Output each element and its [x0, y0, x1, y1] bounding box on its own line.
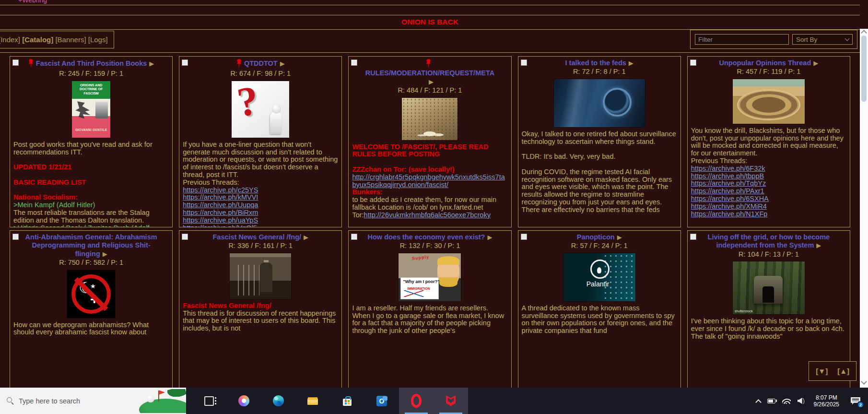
thread-select-checkbox[interactable]: [690, 234, 696, 240]
thread-title-link[interactable]: Unpopular Opinions Thread: [719, 59, 811, 67]
palantir-logo-thumbnail[interactable]: Palantir: [563, 253, 635, 301]
teaser-text: During COVID, the regime tested AI facia…: [522, 168, 672, 206]
thread-link[interactable]: https://archive.ph/6SXHA: [691, 195, 769, 202]
thread-stats: R: 336 / F: 161 / P: 1: [183, 242, 338, 250]
expand-thread-icon[interactable]: ▶: [280, 60, 285, 67]
scrollbar-thumb[interactable]: [861, 35, 867, 102]
thread-link[interactable]: https://archive.ph/tbppB: [691, 172, 764, 180]
thread-link[interactable]: https://archive.ph/VgQl5: [183, 224, 257, 227]
anti-abrahamism-prohibition-sign-thumbnail[interactable]: ☾★+: [67, 270, 115, 318]
thread-select-checkbox[interactable]: [521, 234, 527, 240]
pinned-icon-row: [359, 59, 501, 69]
thread-link[interactable]: https://archive.ph/PAxr1: [691, 187, 764, 195]
thread-title-row: RULES/MODERATION/REQUEST/META▶: [359, 59, 501, 86]
book-cover-origins-and-doctrine-of-fascism-thumbnail[interactable]: ORIGINS AND DOCTRINE OF FASCISMGIOVANNI …: [72, 81, 110, 138]
forest-bunker-thumbnail[interactable]: shutterstock: [733, 261, 805, 314]
expand-thread-icon[interactable]: ▶: [103, 250, 107, 258]
taskbar-button-microsoft-store[interactable]: [330, 388, 364, 414]
nav-logs-link[interactable]: [Logs]: [88, 35, 108, 44]
scroll-down-arrow-icon[interactable]: [861, 379, 867, 385]
teaser-line: Okay, I talked to one retired fed about …: [522, 130, 677, 146]
thread-select-checkbox[interactable]: [690, 59, 696, 66]
search-highlight-golf-image[interactable]: [135, 389, 186, 413]
thread-link[interactable]: https://archive.ph/kMVVI: [183, 193, 258, 201]
thread-title-link[interactable]: RULES/MODERATION/REQUEST/META: [365, 69, 494, 77]
thread-select-checkbox[interactable]: [182, 59, 188, 66]
nav-catalog-link[interactable]: [Catalog]: [22, 35, 53, 44]
taskbar-search[interactable]: Type here to search: [0, 388, 186, 414]
vertical-scrollbar[interactable]: [860, 29, 868, 388]
thread-link[interactable]: https://archive.ph/c25YS: [183, 186, 258, 194]
network-icon[interactable]: [782, 398, 791, 404]
thread-select-checkbox[interactable]: [521, 59, 527, 66]
taskbar-button-opera[interactable]: [399, 388, 434, 414]
thread-link[interactable]: https://archive.ph/BiRxm: [183, 209, 258, 216]
battery-icon[interactable]: [767, 399, 775, 403]
thread-link[interactable]: https://archive.ph/XMiR4: [691, 202, 767, 210]
speaker-at-microphones-thumbnail[interactable]: [230, 253, 291, 299]
pinned-icon: [236, 59, 242, 69]
thread-select-checkbox[interactable]: [12, 234, 19, 240]
taskbar-clock[interactable]: 8:07 PM 9/26/2025: [814, 394, 839, 408]
teaser-text: The most reliable translations are the S…: [13, 209, 150, 224]
thread-stats: R: 674 / F: 98 / P: 1: [183, 70, 338, 78]
arena-crowd-thumbnail[interactable]: [733, 79, 805, 124]
thread-select-checkbox[interactable]: [182, 234, 188, 240]
volume-icon[interactable]: [798, 398, 805, 404]
thread-link[interactable]: https://archive.ph/TqbYz: [691, 179, 766, 187]
teaser-text: How can we deprogram abrahamists? What s…: [13, 321, 149, 336]
thread-select-checkbox[interactable]: [12, 59, 19, 66]
thread-title-link[interactable]: I talked to the feds: [565, 59, 626, 67]
taskbar-button-file-explorer[interactable]: [295, 388, 330, 414]
thread-link[interactable]: https://archive.ph/uaYpS: [183, 216, 258, 224]
cycle-down-button[interactable]: [▼]: [816, 367, 828, 375]
taskbar-button-copilot[interactable]: [226, 388, 261, 414]
teaser-line: https://archive.ph/VgQl5: [183, 225, 338, 227]
thread-stats: R: 484 / F: 121 / P: 1: [352, 86, 507, 95]
taskbar-button-outlook[interactable]: [364, 388, 399, 414]
teaser-line: to be added as I create them, for now ou…: [352, 196, 507, 212]
expand-thread-icon[interactable]: ▶: [617, 234, 622, 241]
question-mark-figure-thumbnail[interactable]: ?: [232, 81, 289, 138]
thread-title-link[interactable]: Living off the grid, or how to become in…: [708, 233, 830, 249]
thread-link[interactable]: http://crghlabr45r5pqkgnbgehywk5nxutdks5…: [352, 173, 504, 189]
thread-select-checkbox[interactable]: [351, 234, 357, 240]
expand-thread-icon[interactable]: ▶: [629, 59, 633, 67]
expand-thread-icon[interactable]: ▶: [816, 242, 821, 249]
thread-select-checkbox[interactable]: [351, 59, 357, 66]
thread-title-link[interactable]: Fascist News General /fng/: [213, 233, 302, 241]
why-am-i-poor-meme-thumbnail[interactable]: "Why am I poor?"IMMIGRATIONSupply: [399, 253, 461, 301]
cycle-up-button[interactable]: [▲]: [837, 367, 849, 375]
thread-teaser: Fascist News General /fng/This thread is…: [183, 302, 338, 332]
expand-thread-icon[interactable]: ▶: [429, 78, 434, 85]
group-photo-thumbnail[interactable]: [402, 98, 457, 140]
thread-title-link[interactable]: Anti-Abrahamism General: Abrahamism Depr…: [25, 233, 157, 258]
thread-title-link[interactable]: Panopticon: [577, 233, 615, 241]
expand-thread-icon[interactable]: ▶: [813, 59, 818, 67]
scroll-up-arrow-icon[interactable]: [861, 30, 867, 36]
expand-thread-icon[interactable]: ▶: [149, 60, 154, 67]
teaser-text: National Socialism:: [13, 193, 78, 201]
expand-thread-icon[interactable]: ▶: [304, 234, 308, 241]
expand-thread-icon[interactable]: ▶: [487, 234, 492, 241]
surveillance-camera-thumbnail[interactable]: [554, 79, 645, 127]
filter-input[interactable]: [695, 34, 789, 45]
nav-index-link[interactable]: [Index]: [0, 35, 20, 44]
webring-link[interactable]: +Webring: [18, 0, 860, 4]
hidden-icons-chevron-icon[interactable]: [755, 399, 762, 405]
thread-teaser: I've been thinking about this topic for …: [691, 318, 846, 340]
taskbar-button-edge[interactable]: [261, 388, 295, 414]
nav-banners-link[interactable]: [Banners]: [55, 35, 86, 44]
taskbar-button-mcafee[interactable]: [434, 388, 468, 414]
system-tray: 8:07 PM 9/26/2025 2: [756, 388, 868, 414]
thread-title-link[interactable]: How does the economy even exist?: [368, 233, 485, 241]
thread-link[interactable]: https://archive.ph/N1XFp: [691, 210, 768, 218]
action-center-button[interactable]: 2: [851, 397, 860, 405]
thread-title-link[interactable]: QTDDTOT: [244, 59, 278, 67]
thread-link[interactable]: https://archive.ph/Uupqa: [183, 201, 258, 209]
taskbar-button-task-view[interactable]: [192, 388, 226, 414]
thread-title-link[interactable]: Fascist And Third Position Books: [36, 59, 147, 67]
thread-link[interactable]: http://26vukmkrhmbfq6alc56oexe7bcroky: [364, 211, 491, 219]
thread-link[interactable]: https://archive.ph/6F32k: [691, 165, 765, 172]
sort-by-select[interactable]: Sort By: [792, 34, 853, 45]
